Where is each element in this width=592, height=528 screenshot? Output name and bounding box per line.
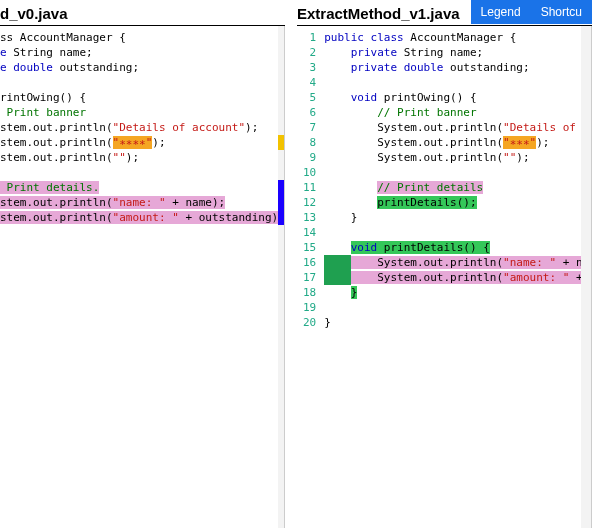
right-code-area[interactable]: 1 2 3 4 5 6 7 8 9 10 11 12 13 14 15 16 1… bbox=[297, 26, 592, 528]
code-line[interactable]: // Print details bbox=[324, 180, 581, 195]
code-line[interactable]: } bbox=[324, 315, 581, 330]
code-line[interactable] bbox=[324, 225, 581, 240]
code-line[interactable]: } bbox=[324, 285, 581, 300]
code-line[interactable]: public class AccountManager { bbox=[324, 30, 581, 45]
code-line[interactable] bbox=[0, 225, 278, 240]
code-line[interactable]: e double outstanding; bbox=[0, 60, 278, 75]
code-line[interactable]: private String name; bbox=[324, 45, 581, 60]
code-line[interactable]: rintOwing() { bbox=[0, 90, 278, 105]
code-line[interactable]: private double outstanding; bbox=[324, 60, 581, 75]
diff-panes: d_v0.java ss AccountManager {e String na… bbox=[0, 0, 592, 528]
code-line[interactable]: Print banner bbox=[0, 105, 278, 120]
left-marker-column bbox=[278, 26, 284, 528]
code-line[interactable]: System.out.println("amount: " + outstan bbox=[324, 270, 581, 285]
change-marker[interactable] bbox=[278, 135, 284, 150]
code-line[interactable]: System.out.println("Details of account" bbox=[324, 120, 581, 135]
right-gutter: 1 2 3 4 5 6 7 8 9 10 11 12 13 14 15 16 1… bbox=[297, 26, 324, 528]
code-line[interactable] bbox=[324, 75, 581, 90]
left-pane: d_v0.java ss AccountManager {e String na… bbox=[0, 0, 285, 528]
code-line[interactable]: stem.out.println("Details of account"); bbox=[0, 120, 278, 135]
code-line[interactable] bbox=[0, 75, 278, 90]
legend-button[interactable]: Legend bbox=[471, 0, 531, 24]
left-code-area[interactable]: ss AccountManager {e String name;e doubl… bbox=[0, 26, 285, 528]
change-marker[interactable] bbox=[278, 180, 284, 225]
code-line[interactable]: Print details. bbox=[0, 180, 278, 195]
code-line[interactable]: void printDetails() { bbox=[324, 240, 581, 255]
code-line[interactable]: System.out.println("name: " + name); bbox=[324, 255, 581, 270]
right-scrollbar[interactable] bbox=[581, 26, 591, 528]
code-line[interactable]: stem.out.println("∗∗∗∗"); bbox=[0, 135, 278, 150]
code-line[interactable]: printDetails(); bbox=[324, 195, 581, 210]
code-line[interactable]: ss AccountManager { bbox=[0, 30, 278, 45]
code-line[interactable] bbox=[324, 300, 581, 315]
code-line[interactable]: stem.out.println(""); bbox=[0, 150, 278, 165]
topbar: Legend Shortcu bbox=[471, 0, 592, 24]
left-code[interactable]: ss AccountManager {e String name;e doubl… bbox=[0, 26, 278, 528]
code-line[interactable]: e String name; bbox=[0, 45, 278, 60]
code-line[interactable]: stem.out.println("amount: " + outstandin… bbox=[0, 210, 278, 225]
code-line[interactable]: // Print banner bbox=[324, 105, 581, 120]
code-line[interactable] bbox=[324, 165, 581, 180]
shortcuts-button[interactable]: Shortcu bbox=[531, 0, 592, 24]
right-code[interactable]: public class AccountManager { private St… bbox=[324, 26, 581, 528]
code-line[interactable]: System.out.println(""); bbox=[324, 150, 581, 165]
code-line[interactable]: System.out.println("∗∗∗"); bbox=[324, 135, 581, 150]
code-line[interactable]: void printOwing() { bbox=[324, 90, 581, 105]
left-filename: d_v0.java bbox=[0, 0, 285, 26]
code-line[interactable]: stem.out.println("name: " + name); bbox=[0, 195, 278, 210]
code-line[interactable]: } bbox=[324, 210, 581, 225]
code-line[interactable] bbox=[0, 165, 278, 180]
right-pane: ExtractMethod_v1.java 1 2 3 4 5 6 7 8 9 … bbox=[297, 0, 592, 528]
